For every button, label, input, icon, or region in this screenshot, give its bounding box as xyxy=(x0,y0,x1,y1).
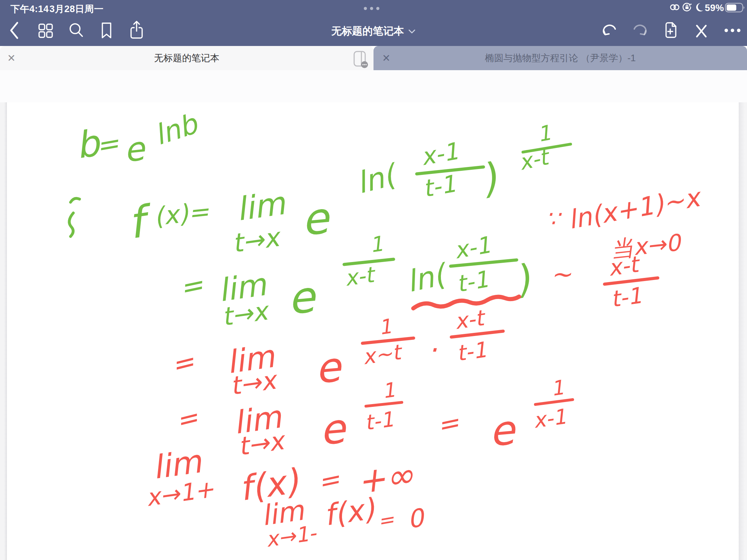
tab-active-notebook[interactable]: ✕ 无标题的笔记本 xyxy=(0,46,374,70)
ink-token: = xyxy=(434,407,462,441)
tab-title: 椭圆与抛物型方程引论 （尹景学）-1 xyxy=(374,46,747,70)
tab-inactive-document[interactable]: ✕ 椭圆与抛物型方程引论 （尹景学）-1 xyxy=(374,46,747,70)
top-chrome: 下午4:14 3月28日周一 59% xyxy=(0,0,747,46)
split-view-icon[interactable] xyxy=(351,50,370,69)
ink-token: t-1 xyxy=(455,337,488,366)
undo-button[interactable] xyxy=(601,21,619,39)
ink-token: e xyxy=(122,129,148,169)
ink-token: 1 xyxy=(377,314,393,339)
more-options-button[interactable] xyxy=(723,28,742,33)
ink-token: ) xyxy=(510,256,535,303)
ink-token: t→x xyxy=(237,426,288,461)
ink-token: e xyxy=(317,404,349,454)
ink-token: e xyxy=(286,271,319,324)
battery-percent: 59% xyxy=(705,3,724,13)
ink-token: lim xyxy=(234,185,288,228)
ink-token: 0 xyxy=(406,503,427,534)
ink-token: x~t xyxy=(361,339,404,369)
ink-token: = xyxy=(93,127,121,162)
ink-token: 1 xyxy=(380,378,396,403)
multitask-dots-icon xyxy=(364,7,379,10)
handwriting-ink-layer: b = e lnb f (x)= lim t→x e ln( x-1 t-1 )… xyxy=(0,102,747,560)
battery-icon xyxy=(725,2,746,13)
ink-token: lnb xyxy=(150,107,202,151)
share-button[interactable] xyxy=(128,20,145,40)
bookmark-button[interactable] xyxy=(99,21,114,39)
ink-token: ln(x+1)∼x xyxy=(566,182,704,235)
status-time: 下午4:14 xyxy=(10,3,49,15)
ink-token: e xyxy=(487,406,518,456)
ink-token: t-1 xyxy=(454,266,490,298)
ink-token: t-1 xyxy=(363,407,395,435)
redo-button[interactable] xyxy=(631,21,649,39)
ink-token: ) xyxy=(476,154,502,203)
hotspot-link-icon xyxy=(669,3,681,12)
status-date: 3月28日周一 xyxy=(49,3,104,15)
orientation-lock-icon xyxy=(682,2,692,12)
ink-token: = xyxy=(376,507,396,532)
tab-title: 无标题的笔记本 xyxy=(0,46,374,70)
ink-token: e xyxy=(299,193,333,245)
ink-token: f xyxy=(125,195,156,248)
ink-token: t→x xyxy=(229,365,280,400)
ink-token: e xyxy=(313,343,344,393)
notebook-title-dropdown[interactable]: 无标题的笔记本 xyxy=(331,24,416,38)
add-page-button[interactable] xyxy=(661,21,679,40)
ink-token: t→x xyxy=(230,222,283,258)
ink-token: ∵ xyxy=(546,206,562,232)
wavy-underline xyxy=(413,297,519,308)
ink-token: = xyxy=(177,268,206,304)
red-ink: ∵ ln(x+1)∼x 当x→0 ∼ x-t t-1 = lim t→x e 1… xyxy=(144,182,704,552)
ink-token: 1 xyxy=(549,375,565,400)
ink-token: f(x) xyxy=(322,492,377,532)
ink-token: (x)= xyxy=(153,197,211,231)
ink-token: x-t xyxy=(343,262,378,291)
ink-token: ∼ xyxy=(551,260,571,289)
document-grid-button[interactable] xyxy=(37,22,54,39)
ink-token: · xyxy=(428,334,437,366)
ink-token: = xyxy=(315,463,343,497)
ink-token: x-1 xyxy=(419,137,460,171)
page-title: 无标题的笔记本 xyxy=(331,24,404,38)
ink-token: t→x xyxy=(220,296,272,331)
ink-token: x-1 xyxy=(452,232,492,264)
fraction-bar xyxy=(366,402,402,406)
ink-token: ln( xyxy=(404,257,451,299)
notes-app-screen: 下午4:14 3月28日周一 59% xyxy=(0,0,747,560)
pen-mode-toggle-button[interactable] xyxy=(692,21,710,39)
ink-token: = xyxy=(173,402,201,437)
ink-token: ln( xyxy=(353,157,402,200)
implies-squiggle xyxy=(69,213,73,236)
ink-token: = xyxy=(168,345,198,381)
drawing-toolbar xyxy=(0,70,747,103)
ink-token: 1 xyxy=(368,231,385,257)
chevron-down-icon xyxy=(408,29,416,34)
ink-token: 1 xyxy=(535,120,553,147)
ink-token: x-1 xyxy=(532,404,568,433)
ink-token: t-1 xyxy=(421,170,458,203)
implies-squiggle xyxy=(71,198,80,202)
ink-token: x-t xyxy=(453,305,488,334)
dnd-moon-icon xyxy=(694,2,704,12)
search-button[interactable] xyxy=(67,21,85,39)
ink-token: t-1 xyxy=(609,282,643,312)
back-button[interactable] xyxy=(7,21,22,40)
